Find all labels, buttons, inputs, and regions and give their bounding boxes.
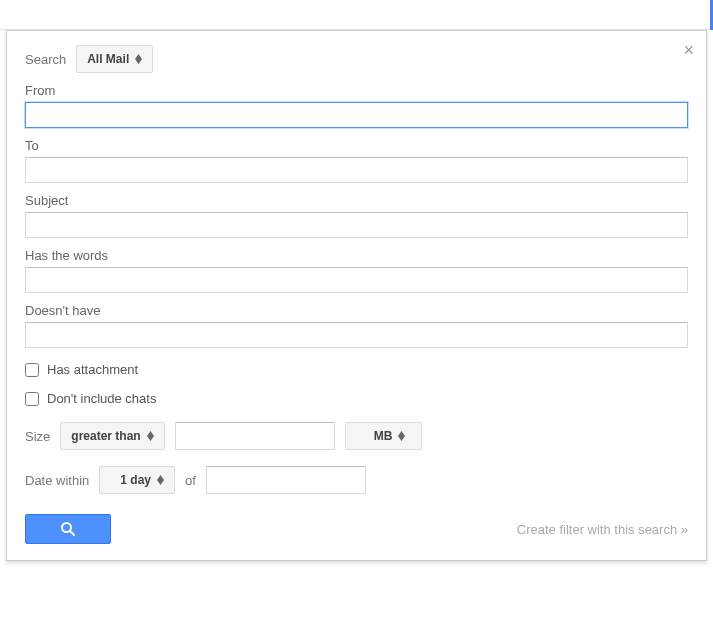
sort-arrows-icon [147, 431, 154, 441]
svg-marker-3 [147, 436, 154, 441]
search-button[interactable] [25, 514, 111, 544]
from-input[interactable] [25, 102, 688, 128]
size-comparator-dropdown[interactable]: greater than [60, 422, 164, 450]
doesnt-have-input[interactable] [25, 322, 688, 348]
subject-label: Subject [25, 193, 688, 208]
of-label: of [185, 473, 196, 488]
search-icon [60, 521, 76, 537]
has-attachment-row[interactable]: Has attachment [25, 362, 688, 377]
has-words-input[interactable] [25, 267, 688, 293]
search-scope-dropdown[interactable]: All Mail [76, 45, 153, 73]
from-label: From [25, 83, 688, 98]
date-range-dropdown[interactable]: 1 day [99, 466, 175, 494]
search-scope-value: All Mail [87, 52, 129, 66]
close-icon[interactable]: × [683, 41, 694, 59]
search-scope-row: Search All Mail [25, 45, 688, 73]
top-strip [0, 0, 713, 30]
sort-arrows-icon [398, 431, 405, 441]
svg-marker-1 [135, 59, 142, 64]
search-label: Search [25, 52, 66, 67]
size-unit-value: MB [374, 429, 393, 443]
doesnt-have-field-block: Doesn't have [25, 303, 688, 348]
to-label: To [25, 138, 688, 153]
to-input[interactable] [25, 157, 688, 183]
date-value-input[interactable] [206, 466, 366, 494]
doesnt-have-label: Doesn't have [25, 303, 688, 318]
subject-field-block: Subject [25, 193, 688, 238]
svg-marker-5 [398, 436, 405, 441]
has-words-label: Has the words [25, 248, 688, 263]
date-row: Date within 1 day of [25, 466, 688, 494]
size-unit-dropdown[interactable]: MB [345, 422, 423, 450]
create-filter-link[interactable]: Create filter with this search » [517, 522, 688, 537]
subject-input[interactable] [25, 212, 688, 238]
sort-arrows-icon [157, 475, 164, 485]
size-label: Size [25, 429, 50, 444]
dont-include-chats-label: Don't include chats [47, 391, 156, 406]
svg-line-9 [70, 531, 74, 535]
advanced-search-panel: × Search All Mail From To Subject Has th… [6, 30, 707, 561]
size-comparator-value: greater than [71, 429, 140, 443]
size-value-input[interactable] [175, 422, 335, 450]
svg-marker-7 [157, 480, 164, 485]
has-attachment-label: Has attachment [47, 362, 138, 377]
from-field-block: From [25, 83, 688, 128]
dont-include-chats-row[interactable]: Don't include chats [25, 391, 688, 406]
has-words-field-block: Has the words [25, 248, 688, 293]
to-field-block: To [25, 138, 688, 183]
footer-row: Create filter with this search » [25, 514, 688, 544]
date-range-value: 1 day [120, 473, 151, 487]
dont-include-chats-checkbox[interactable] [25, 392, 39, 406]
size-row: Size greater than MB [25, 422, 688, 450]
date-within-label: Date within [25, 473, 89, 488]
has-attachment-checkbox[interactable] [25, 363, 39, 377]
sort-arrows-icon [135, 54, 142, 64]
